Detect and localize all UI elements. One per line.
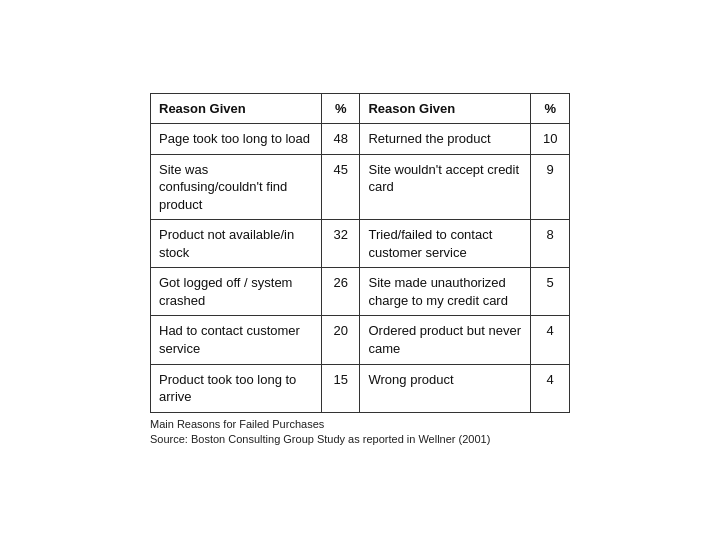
table-row: Page took too long to load48Returned the… xyxy=(151,124,570,155)
header-reason2: Reason Given xyxy=(360,93,531,124)
reason2-cell: Ordered product but never came xyxy=(360,316,531,364)
pct2-cell: 5 xyxy=(531,268,570,316)
reason1-cell: Got logged off / system crashed xyxy=(151,268,322,316)
header-reason1: Reason Given xyxy=(151,93,322,124)
table-row: Product not available/in stock32Tried/fa… xyxy=(151,220,570,268)
reason2-cell: Site wouldn't accept credit card xyxy=(360,154,531,220)
table-row: Had to contact customer service20Ordered… xyxy=(151,316,570,364)
pct1-cell: 48 xyxy=(321,124,360,155)
table-container: Reason Given % Reason Given % Page took … xyxy=(150,93,570,448)
table-row: Product took too long to arrive15Wrong p… xyxy=(151,364,570,412)
pct1-cell: 32 xyxy=(321,220,360,268)
reason2-cell: Tried/failed to contact customer service xyxy=(360,220,531,268)
pct1-cell: 45 xyxy=(321,154,360,220)
page-wrapper: Reason Given % Reason Given % Page took … xyxy=(0,0,720,540)
header-pct2: % xyxy=(531,93,570,124)
pct2-cell: 10 xyxy=(531,124,570,155)
pct1-cell: 15 xyxy=(321,364,360,412)
reason1-cell: Page took too long to load xyxy=(151,124,322,155)
pct2-cell: 8 xyxy=(531,220,570,268)
reason1-cell: Had to contact customer service xyxy=(151,316,322,364)
reason1-cell: Product took too long to arrive xyxy=(151,364,322,412)
table-row: Site was confusing/couldn't find product… xyxy=(151,154,570,220)
footer-line1: Main Reasons for Failed Purchases xyxy=(150,417,570,432)
pct2-cell: 4 xyxy=(531,364,570,412)
data-table: Reason Given % Reason Given % Page took … xyxy=(150,93,570,413)
header-pct1: % xyxy=(321,93,360,124)
table-row: Got logged off / system crashed26Site ma… xyxy=(151,268,570,316)
footer-area: Main Reasons for Failed Purchases Source… xyxy=(150,417,570,448)
reason1-cell: Site was confusing/couldn't find product xyxy=(151,154,322,220)
reason2-cell: Returned the product xyxy=(360,124,531,155)
pct2-cell: 9 xyxy=(531,154,570,220)
reason2-cell: Wrong product xyxy=(360,364,531,412)
reason2-cell: Site made unauthorized charge to my cred… xyxy=(360,268,531,316)
reason1-cell: Product not available/in stock xyxy=(151,220,322,268)
pct2-cell: 4 xyxy=(531,316,570,364)
pct1-cell: 20 xyxy=(321,316,360,364)
pct1-cell: 26 xyxy=(321,268,360,316)
footer-line2: Source: Boston Consulting Group Study as… xyxy=(150,432,570,447)
